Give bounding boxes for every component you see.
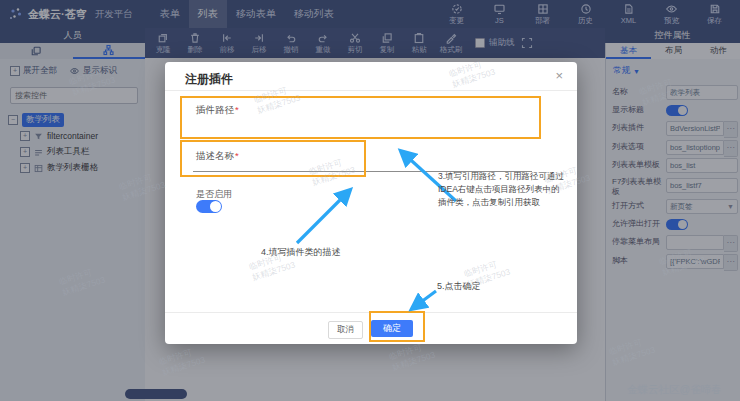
description-name-input[interactable] (193, 171, 532, 172)
ok-button[interactable]: 确定 (371, 320, 413, 337)
description-name-label: 描述名称* (196, 150, 239, 163)
close-icon[interactable]: × (555, 68, 563, 83)
register-plugin-dialog: 注册插件 × 插件路径* 描述名称* 是否启用 取消 确定 (165, 62, 577, 344)
plugin-path-input[interactable] (193, 117, 532, 137)
enable-toggle[interactable] (196, 200, 222, 213)
dialog-title: 注册插件 (185, 71, 233, 88)
list-designer-app: 金蝶云·苍穹 开发平台 表单 列表 移动表单 移动列表 变更 JS 部署 历史 (0, 0, 740, 401)
cancel-button[interactable]: 取消 (328, 321, 363, 339)
plugin-path-label: 插件路径* (196, 104, 239, 117)
